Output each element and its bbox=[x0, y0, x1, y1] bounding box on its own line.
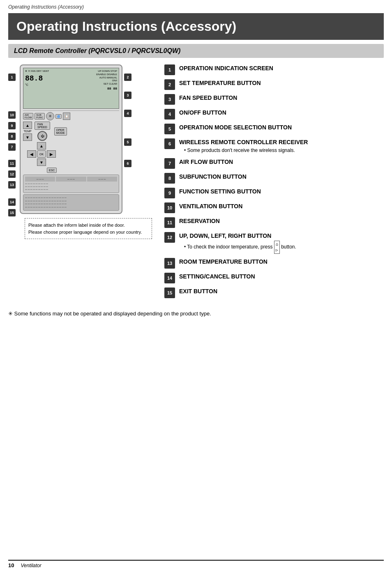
footer-note-text: ✳ Some functions may not be operated and… bbox=[8, 310, 211, 317]
remote-illustration: 1 10 9 8 7 11 12 13 14 15 bbox=[8, 64, 136, 214]
callout-5: 5 bbox=[124, 138, 131, 146]
callout-8: 8 bbox=[8, 133, 16, 140]
list-item: 12UP, DOWN, LEFT, RIGHT BUTTON• To check… bbox=[164, 232, 384, 254]
item-text-10: VENTILATION BUTTON bbox=[179, 202, 242, 210]
dashed-note-line2: Please choose proper language depend on … bbox=[28, 229, 148, 236]
item-badge-12: 12 bbox=[164, 232, 175, 243]
callout-15: 15 bbox=[8, 209, 16, 216]
list-item: 4ON/OFF BUTTON bbox=[164, 109, 384, 120]
page-footer-label: Ventilator bbox=[21, 563, 41, 568]
callout-9: 9 bbox=[8, 122, 16, 129]
right-panel: 1OPERATION INDICATION SCREEN2SET TEMPERA… bbox=[164, 64, 384, 302]
item-text-3: FAN SPEED BUTTON bbox=[179, 94, 237, 101]
item-badge-10: 10 bbox=[164, 202, 175, 213]
callout-7: 7 bbox=[8, 143, 16, 151]
item-label-13: ROOM TEMPERATURE BUTTON bbox=[179, 258, 267, 265]
list-item: 8SUBFUNCTION BUTTON bbox=[164, 173, 384, 184]
top-label: Operating Instructions (Accessory) bbox=[8, 4, 384, 10]
item-text-9: FUNCTION SETTING BUTTON bbox=[179, 188, 261, 195]
dashed-note: Please attach the inform label inside of… bbox=[25, 218, 152, 239]
item-text-15: EXIT BUTTON bbox=[179, 288, 217, 295]
item-badge-11: 11 bbox=[164, 217, 175, 228]
callout-4: 4 bbox=[124, 110, 131, 117]
item-badge-14: 14 bbox=[164, 273, 175, 283]
list-item: 13ROOM TEMPERATURE BUTTON bbox=[164, 258, 384, 269]
callout-6: 6 bbox=[124, 160, 131, 167]
page-footer: 10 Ventilator bbox=[8, 560, 384, 568]
item-text-14: SETTING/CANCEL BUTTON bbox=[179, 273, 255, 280]
item-label-11: RESERVATION bbox=[179, 217, 220, 225]
item-label-5: OPERATION MODE SELECTION BUTTON bbox=[179, 124, 292, 131]
item-label-6: WIRELESS REMOTE CONTROLLER RECEIVER bbox=[179, 138, 308, 146]
callout-13: 13 bbox=[8, 181, 16, 189]
list-item: 11RESERVATION bbox=[164, 217, 384, 228]
item-text-7: AIR FLOW BUTTON bbox=[179, 158, 233, 166]
item-label-8: SUBFUNCTION BUTTON bbox=[179, 173, 247, 180]
item-sub-12-btn: • To check the indoor temperature, press… bbox=[179, 241, 296, 254]
item-label-1: OPERATION INDICATION SCREEN bbox=[179, 64, 273, 72]
item-text-1: OPERATION INDICATION SCREEN bbox=[179, 64, 273, 72]
callout-3: 3 bbox=[124, 92, 131, 99]
item-badge-3: 3 bbox=[164, 94, 175, 105]
subtitle-bar: LCD Remote Controller (PQRCVSL0 / PQRCVS… bbox=[8, 44, 384, 58]
list-item: 3FAN SPEED BUTTON bbox=[164, 94, 384, 105]
list-item: 9FUNCTION SETTING BUTTON bbox=[164, 188, 384, 198]
remote-screen: ❄ ☀ FAN DRY VENT 88.8 °C UP DOWN bbox=[23, 68, 119, 109]
callout-1: 1 bbox=[8, 74, 16, 81]
item-label-9: FUNCTION SETTING BUTTON bbox=[179, 188, 261, 195]
callout-11: 11 bbox=[8, 160, 16, 167]
indoor-temp-btn-icon: ⌂▷ bbox=[274, 241, 280, 254]
page-number: 10 bbox=[8, 562, 14, 568]
content-area: 1 10 9 8 7 11 12 13 14 15 bbox=[8, 64, 384, 302]
item-sub-6: • Some products don't receive the wirele… bbox=[179, 147, 308, 154]
list-item: 7AIR FLOW BUTTON bbox=[164, 158, 384, 169]
item-label-4: ON/OFF BUTTON bbox=[179, 109, 226, 116]
item-badge-7: 7 bbox=[164, 158, 175, 169]
callout-14: 14 bbox=[8, 198, 16, 206]
list-item: 10VENTILATION BUTTON bbox=[164, 202, 384, 213]
item-label-7: AIR FLOW BUTTON bbox=[179, 158, 233, 166]
item-text-11: RESERVATION bbox=[179, 217, 220, 225]
remote-body: ❄ ☀ FAN DRY VENT 88.8 °C UP DOWN bbox=[20, 64, 122, 214]
list-item: 2SET TEMPERATURE BUTTON bbox=[164, 79, 384, 90]
item-text-8: SUBFUNCTION BUTTON bbox=[179, 173, 247, 180]
temp-label: TEMP bbox=[23, 130, 31, 133]
dashed-note-line1: Please attach the inform label inside of… bbox=[28, 222, 148, 229]
item-label-15: EXIT BUTTON bbox=[179, 288, 217, 295]
item-badge-9: 9 bbox=[164, 188, 175, 198]
item-text-6: WIRELESS REMOTE CONTROLLER RECEIVER• Som… bbox=[179, 138, 308, 154]
item-text-2: SET TEMPERATURE BUTTON bbox=[179, 79, 261, 87]
item-badge-8: 8 bbox=[164, 173, 175, 184]
left-panel: 1 10 9 8 7 11 12 13 14 15 bbox=[8, 64, 156, 239]
callout-10: 10 bbox=[8, 111, 16, 119]
item-label-12: UP, DOWN, LEFT, RIGHT BUTTON bbox=[179, 232, 296, 239]
item-badge-2: 2 bbox=[164, 79, 175, 90]
item-label-10: VENTILATION BUTTON bbox=[179, 202, 242, 210]
list-item: 5OPERATION MODE SELECTION BUTTON bbox=[164, 124, 384, 134]
item-badge-4: 4 bbox=[164, 109, 175, 120]
callout-2: 2 bbox=[124, 74, 131, 81]
item-label-14: SETTING/CANCEL BUTTON bbox=[179, 273, 255, 280]
right-callouts: 2 3 4 5 6 bbox=[124, 74, 131, 167]
item-label-2: SET TEMPERATURE BUTTON bbox=[179, 79, 261, 87]
item-text-5: OPERATION MODE SELECTION BUTTON bbox=[179, 124, 292, 131]
footer-note: ✳ Some functions may not be operated and… bbox=[8, 310, 384, 317]
list-item: 1OPERATION INDICATION SCREEN bbox=[164, 64, 384, 75]
item-badge-13: 13 bbox=[164, 258, 175, 269]
item-text-13: ROOM TEMPERATURE BUTTON bbox=[179, 258, 267, 265]
callout-numbers-left: 1 10 9 8 7 11 12 13 14 15 bbox=[8, 74, 16, 216]
main-title: Operating Instructions (Accessory) bbox=[8, 13, 384, 40]
item-badge-15: 15 bbox=[164, 288, 175, 298]
list-item: 14SETTING/CANCEL BUTTON bbox=[164, 273, 384, 283]
screen-display: 88.8 bbox=[25, 74, 96, 83]
item-list: 1OPERATION INDICATION SCREEN2SET TEMPERA… bbox=[164, 64, 384, 298]
list-item: 15EXIT BUTTON bbox=[164, 288, 384, 298]
item-badge-5: 5 bbox=[164, 124, 175, 134]
item-label-3: FAN SPEED BUTTON bbox=[179, 94, 237, 101]
list-item: 6WIRELESS REMOTE CONTROLLER RECEIVER• So… bbox=[164, 138, 384, 154]
item-badge-1: 1 bbox=[164, 64, 175, 75]
callout-12: 12 bbox=[8, 170, 16, 178]
item-badge-6: 6 bbox=[164, 138, 175, 149]
item-text-4: ON/OFF BUTTON bbox=[179, 109, 226, 116]
page-container: Operating Instructions (Accessory) Opera… bbox=[0, 0, 392, 575]
